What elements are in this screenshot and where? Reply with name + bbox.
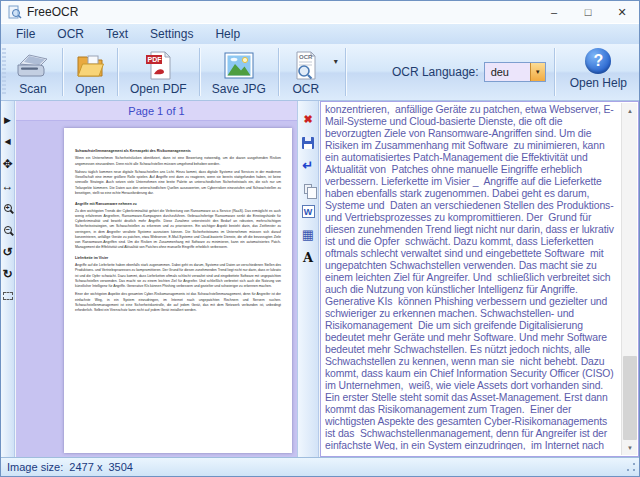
freeocr-window: FreeOCR – □ ✕ File OCR Text Settings Hel… [0, 0, 640, 477]
font-icon: A [303, 250, 313, 265]
ocr-button[interactable]: OCR OCR [282, 44, 330, 100]
menu-help[interactable]: Help [204, 25, 251, 43]
toolbar-separator [554, 48, 555, 96]
doc-paragraph: Einer der wichtigsten Aspekte des gesamt… [75, 292, 281, 313]
menu-ocr[interactable]: OCR [46, 25, 95, 43]
ocr-dropdown-arrow[interactable]: ▾ [330, 57, 342, 66]
fit-width-button[interactable]: ↔ [1, 175, 15, 197]
window-controls: – □ ✕ [537, 1, 639, 23]
main-area: ▶ ◀ ✥ ↔ + − ↺ ↻ Page 1 of 1 Schwachstell… [1, 101, 639, 457]
minimize-button[interactable]: – [537, 1, 571, 23]
chevron-down-icon: ▼ [535, 69, 541, 75]
previous-page-icon: ◀ [4, 138, 10, 146]
save-text-button[interactable] [298, 131, 318, 154]
copy-icon [304, 184, 312, 194]
menu-settings[interactable]: Settings [139, 25, 204, 43]
scan-button[interactable]: Scan [7, 44, 59, 100]
ocr-button-label: OCR [292, 82, 319, 96]
doc-heading: Lieferkette im Visier [75, 255, 281, 261]
scroll-up-arrow[interactable]: ▲ [622, 103, 638, 118]
menu-file[interactable]: File [5, 25, 46, 43]
ocr-text-area[interactable]: konzentrieren, anfällige Geräte zu patch… [325, 104, 619, 450]
scroll-down-arrow[interactable]: ▼ [622, 440, 638, 455]
word-export-icon: W [302, 205, 315, 218]
toolbar: Scan Open PDF [1, 44, 639, 101]
doc-heading: Schwachstellenmanagement als Kernaspekt … [75, 148, 281, 154]
ocr-text-panel: konzentrieren, anfällige Geräte zu patch… [320, 101, 639, 457]
fit-width-icon: ↔ [2, 180, 14, 192]
clear-text-button[interactable]: ✖ [298, 108, 318, 131]
next-page-button[interactable]: ▶ [1, 109, 15, 131]
help-icon: ? [585, 48, 611, 74]
selection-rectangle-icon [3, 292, 13, 300]
document-preview-content: Schwachstellenmanagement als Kernaspekt … [64, 128, 292, 331]
language-dropdown-button[interactable]: ▼ [530, 63, 545, 81]
rotate-left-icon: ↺ [2, 246, 12, 258]
table-export-icon: ▦ [302, 228, 314, 241]
ocr-language-label: OCR Language: [392, 65, 479, 79]
open-button-label: Open [75, 82, 104, 96]
rotate-right-icon: ↻ [2, 268, 12, 280]
page-indicator: Page 1 of 1 [16, 101, 297, 121]
zoom-out-icon: − [4, 226, 12, 234]
pan-icon: ✥ [2, 158, 12, 170]
save-jpg-button[interactable]: Save JPG [203, 44, 275, 100]
doc-paragraph: Wenn ein Unternehmen Sicherheitslücken i… [75, 156, 281, 167]
rotate-left-button[interactable]: ↺ [1, 241, 15, 263]
toolbar-separator [278, 48, 279, 96]
open-pdf-button[interactable]: PDF Open PDF [121, 44, 196, 100]
scrollbar-thumb[interactable] [623, 356, 637, 440]
open-help-button[interactable]: ? Open Help [562, 44, 635, 100]
toolbar-separator [199, 48, 200, 96]
maximize-button[interactable]: □ [571, 1, 605, 23]
doc-paragraph: Angriffe auf die Lieferkette haben ebenf… [75, 262, 281, 288]
image-size-status: Image size: 2477 x 3504 [1, 461, 133, 473]
select-area-button[interactable] [1, 285, 15, 307]
menu-text[interactable]: Text [95, 25, 139, 43]
word-wrap-button[interactable]: ↵ [298, 154, 318, 177]
resize-grip[interactable] [625, 461, 637, 473]
image-icon [224, 49, 254, 81]
word-wrap-icon: ↵ [303, 158, 314, 173]
save-jpg-button-label: Save JPG [212, 82, 266, 96]
toolbar-separator [62, 48, 63, 96]
title-bar: FreeOCR – □ ✕ [1, 1, 639, 23]
open-button[interactable]: Open [66, 44, 114, 100]
pan-button[interactable]: ✥ [1, 153, 15, 175]
ocr-language-value: deu [485, 63, 530, 81]
ocr-language-select[interactable]: deu ▼ [484, 62, 546, 82]
doc-paragraph: Zu den wichtigsten Trends der Cyberkrimi… [75, 208, 281, 250]
font-button[interactable]: A [298, 246, 318, 269]
export-word-button[interactable]: W [298, 200, 318, 223]
zoom-out-button[interactable]: − [1, 219, 15, 241]
menu-bar: File OCR Text Settings Help [1, 23, 639, 44]
open-folder-icon [75, 49, 105, 81]
preview-panel: Page 1 of 1 Schwachstellenmanagement als… [16, 101, 297, 457]
vertical-scrollbar[interactable]: ▲ ▼ [621, 103, 637, 455]
doc-paragraph: Nahezu täglich kommen neue digitale Schw… [75, 169, 281, 195]
open-pdf-button-label: Open PDF [130, 82, 187, 96]
svg-text:OCR: OCR [299, 54, 313, 60]
toolbar-separator [117, 48, 118, 96]
export-table-button[interactable]: ▦ [298, 223, 318, 246]
window-title: FreeOCR [27, 5, 78, 19]
open-help-label: Open Help [570, 76, 627, 90]
toolbar-separator [345, 48, 346, 96]
scanner-icon [16, 49, 50, 81]
pdf-document-icon: PDF [143, 49, 173, 81]
copy-text-button[interactable] [298, 177, 318, 200]
close-button[interactable]: ✕ [605, 1, 639, 23]
ocr-language-group: OCR Language: deu ▼ [392, 44, 546, 100]
scan-button-label: Scan [19, 82, 46, 96]
app-logo-icon [8, 5, 22, 19]
rotate-right-button[interactable]: ↻ [1, 263, 15, 285]
document-preview[interactable]: Schwachstellenmanagement als Kernaspekt … [64, 128, 292, 453]
previous-page-button[interactable]: ◀ [1, 131, 15, 153]
save-text-icon [302, 137, 314, 149]
zoom-in-icon: + [4, 204, 12, 212]
next-page-icon: ▶ [4, 116, 11, 125]
zoom-in-button[interactable]: + [1, 197, 15, 219]
text-tool-rail: ✖ ↵ W ▦ A [297, 101, 319, 457]
status-bar: Image size: 2477 x 3504 [1, 457, 639, 476]
doc-heading: Angriffe mit Ransomware nehmen zu [75, 200, 281, 206]
